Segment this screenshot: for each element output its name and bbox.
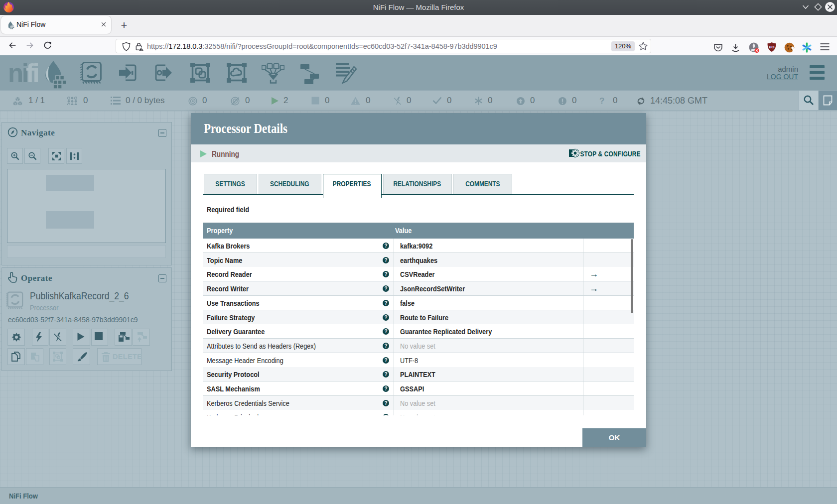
svg-text:uO: uO	[769, 45, 774, 49]
svg-text:?: ?	[599, 97, 604, 105]
